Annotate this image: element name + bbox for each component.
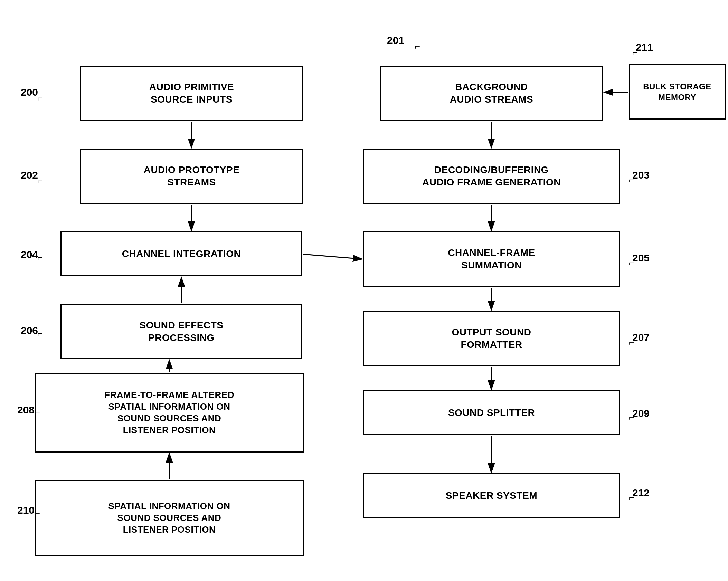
box-208: FRAME-TO-FRAME ALTEREDSPATIAL INFORMATIO… xyxy=(35,373,304,453)
box-212: SPEAKER SYSTEM xyxy=(363,473,620,518)
box-206: SOUND EFFECTSPROCESSING xyxy=(60,304,302,359)
bracket-203: ⌐ xyxy=(629,174,634,185)
box-211: BULK STORAGEMEMORY xyxy=(629,64,726,120)
ref-200: 200 xyxy=(21,86,38,98)
svg-line-4 xyxy=(303,254,362,259)
bracket-207: ⌐ xyxy=(629,337,634,348)
box-207: OUTPUT SOUNDFORMATTER xyxy=(363,311,620,366)
ref-207: 207 xyxy=(632,332,650,343)
ref-212: 212 xyxy=(632,487,650,499)
ref-209: 209 xyxy=(632,408,650,419)
bracket-202: ⌐ xyxy=(37,175,43,187)
bracket-205: ⌐ xyxy=(629,257,634,268)
ref-204: 204 xyxy=(21,249,38,260)
box-209: SOUND SPLITTER xyxy=(363,390,620,435)
bracket-212: ⌐ xyxy=(629,492,634,503)
ref-208: 208 xyxy=(17,404,35,416)
ref-210: 210 xyxy=(17,504,35,516)
box-200: AUDIO PRIMITIVESOURCE INPUTS xyxy=(80,66,303,121)
bracket-210: ⌐ xyxy=(35,508,40,519)
bracket-204: ⌐ xyxy=(37,252,43,263)
ref-202: 202 xyxy=(21,169,38,181)
box-201: BACKGROUNDAUDIO STREAMS xyxy=(380,66,603,121)
box-202: AUDIO PROTOTYPESTREAMS xyxy=(80,149,303,204)
ref-206: 206 xyxy=(21,325,38,336)
bracket-206: ⌐ xyxy=(37,328,43,339)
diagram: AUDIO PRIMITIVESOURCE INPUTS AUDIO PROTO… xyxy=(0,0,728,581)
box-203: DECODING/BUFFERINGAUDIO FRAME GENERATION xyxy=(363,149,620,204)
box-204: CHANNEL INTEGRATION xyxy=(60,231,302,276)
bracket-209: ⌐ xyxy=(629,412,634,423)
bracket-211: ⌐ xyxy=(632,47,638,58)
ref-201: 201 xyxy=(387,35,404,46)
ref-203: 203 xyxy=(632,169,650,181)
ref-211: 211 xyxy=(636,41,653,53)
bracket-201: ⌐ xyxy=(415,41,420,52)
box-210: SPATIAL INFORMATION ONSOUND SOURCES ANDL… xyxy=(35,480,304,556)
ref-205: 205 xyxy=(632,252,650,264)
box-205: CHANNEL-FRAMESUMMATION xyxy=(363,231,620,287)
bracket-208: ⌐ xyxy=(35,408,40,419)
bracket-200: ⌐ xyxy=(37,93,43,104)
